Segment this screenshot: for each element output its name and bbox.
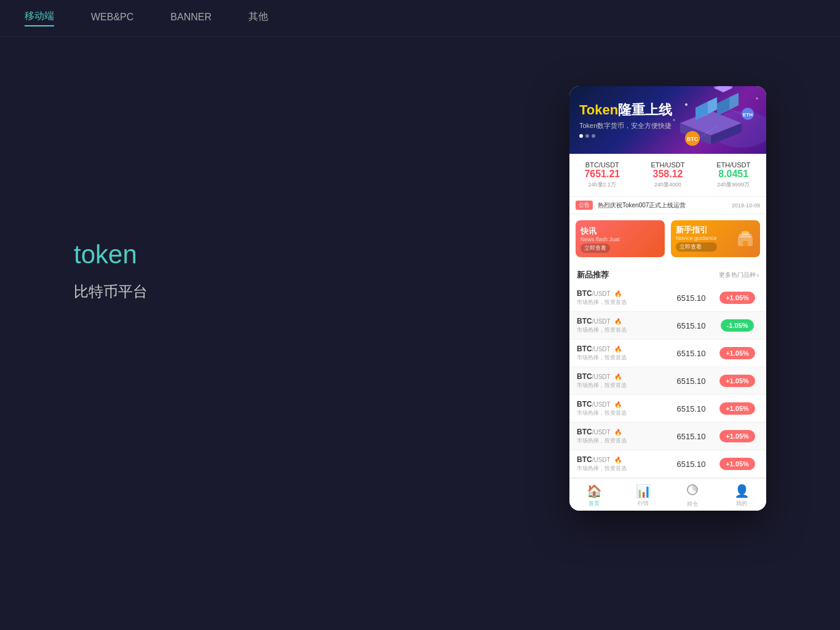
product-info: BTC/USDT 🔥 市场热捧，投资首选 — [577, 372, 667, 389]
product-price: 6515.10 — [667, 349, 716, 358]
home-label: 首页 — [588, 500, 600, 508]
market-price-1: 7651.21 — [574, 169, 630, 180]
left-section: token 比特币平台 — [74, 86, 258, 511]
guide-cta: 立即查看 — [676, 242, 717, 252]
product-change: +1.05% — [716, 402, 759, 415]
product-desc: 市场热捧，投资首选 — [577, 437, 667, 445]
product-price: 6515.10 — [667, 321, 716, 330]
main-content: token 比特币平台 Token隆重上线 Token数字货币，安全方便快捷 — [0, 37, 840, 535]
bottom-nav-holdings[interactable]: 持仓 — [668, 484, 717, 508]
change-badge: +1.05% — [719, 347, 755, 359]
news-title: 快讯 — [580, 226, 596, 236]
bottom-nav-profile[interactable]: 👤 我的 — [717, 484, 766, 508]
product-header-more[interactable]: 更多热门品种 › — [719, 271, 759, 279]
dot-1 — [579, 134, 583, 138]
market-col-1: BTC/USDT 7651.21 24h量2.1万 — [569, 159, 635, 191]
banner-section: Token隆重上线 Token数字货币，安全方便快捷 — [569, 86, 766, 154]
market-vol-2: 24h量4000 — [640, 181, 696, 189]
banner-title: Token隆重上线 — [579, 102, 672, 118]
nav-item-mobile[interactable]: 移动端 — [25, 10, 54, 26]
announce-text: 热烈庆祝Token007正式上线运营 — [598, 201, 732, 210]
change-badge: +1.05% — [719, 292, 755, 304]
product-change: +1.05% — [716, 375, 759, 387]
product-desc: 市场热捧，投资首选 — [577, 354, 667, 362]
banner-subtitle: Token数字货币，安全方便快捷 — [579, 121, 672, 130]
pie-icon — [686, 484, 699, 496]
bottom-nav-market[interactable]: 📊 行情 — [619, 484, 668, 508]
product-price: 6515.10 — [667, 404, 716, 413]
svg-marker-12 — [714, 86, 732, 92]
product-desc: 市场热捧，投资首选 — [577, 298, 667, 306]
svg-text:ETH: ETH — [743, 112, 753, 118]
nav-item-banner[interactable]: BANNER — [170, 12, 212, 25]
bottom-navigation: 🏠 首页 📊 行情 持仓 👤 — [569, 478, 766, 511]
market-price-2: 358.12 — [640, 169, 696, 180]
change-badge: +1.05% — [719, 430, 755, 442]
product-change: +1.05% — [716, 292, 759, 304]
market-icon: 📊 — [636, 484, 651, 498]
top-navigation: 移动端 WEB&PC BANNER 其他 — [0, 0, 840, 37]
svg-marker-8 — [729, 93, 739, 110]
brand-subtitle: 比特币平台 — [74, 282, 258, 301]
market-vol-1: 24h量2.1万 — [574, 181, 630, 189]
svg-marker-5 — [708, 97, 717, 114]
product-name: BTC/USDT 🔥 — [577, 289, 667, 298]
market-col-3: ETH/USDT 8.0451 24h量9999万 — [700, 159, 766, 191]
product-row[interactable]: BTC/USDT 🔥 市场热捧，投资首选 6515.10 +1.05% — [569, 450, 766, 478]
quick-link-guide[interactable]: 新手指引 Novice guidance 立即查看 — [671, 220, 760, 257]
market-pair-3: ETH/USDT — [705, 161, 761, 169]
product-list: BTC/USDT 🔥 市场热捧，投资首选 6515.10 +1.05% BTC/… — [569, 284, 766, 478]
product-row[interactable]: BTC/USDT 🔥 市场热捧，投资首选 6515.10 +1.05% — [569, 395, 766, 423]
nav-item-other[interactable]: 其他 — [248, 10, 268, 26]
product-info: BTC/USDT 🔥 市场热捧，投资首选 — [577, 289, 667, 306]
product-change: -1.05% — [716, 319, 759, 332]
product-price: 6515.10 — [667, 432, 716, 441]
building-icon — [735, 229, 755, 249]
product-name: BTC/USDT 🔥 — [577, 372, 667, 381]
brand-name: token — [74, 240, 258, 269]
quick-link-news[interactable]: 快讯 News flash Juat 立即查看 — [576, 220, 665, 257]
product-change: +1.05% — [716, 458, 759, 470]
svg-point-19 — [685, 103, 687, 106]
product-info: BTC/USDT 🔥 市场热捧，投资首选 — [577, 428, 667, 445]
product-name: BTC/USDT 🔥 — [577, 455, 667, 464]
nav-item-webpc[interactable]: WEB&PC — [91, 12, 133, 25]
announce-date: 2018-10-08 — [732, 202, 760, 209]
bottom-nav-home[interactable]: 🏠 首页 — [569, 484, 619, 508]
product-section: 新品推荐 更多热门品种 › BTC/USDT 🔥 市场热捧，投资首选 6515.… — [569, 263, 766, 478]
market-pair-2: ETH/USDT — [640, 161, 696, 169]
news-cta: 立即查看 — [580, 244, 610, 253]
svg-point-20 — [756, 98, 758, 100]
product-info: BTC/USDT 🔥 市场热捧，投资首选 — [577, 317, 667, 334]
product-info: BTC/USDT 🔥 市场热捧，投资首选 — [577, 400, 667, 417]
product-change: +1.05% — [716, 430, 759, 442]
svg-text:BTC: BTC — [687, 136, 699, 142]
product-header-title: 新品推荐 — [577, 269, 609, 281]
product-info: BTC/USDT 🔥 市场热捧，投资首选 — [577, 455, 667, 472]
product-row[interactable]: BTC/USDT 🔥 市场热捧，投资首选 6515.10 +1.05% — [569, 284, 766, 312]
product-row[interactable]: BTC/USDT 🔥 市场热捧，投资首选 6515.10 +1.05% — [569, 423, 766, 450]
market-label: 行情 — [638, 500, 649, 508]
banner-text: Token隆重上线 Token数字货币，安全方便快捷 — [579, 102, 672, 137]
announce-tag: 公告 — [576, 201, 593, 210]
product-desc: 市场热捧，投资首选 — [577, 381, 667, 389]
banner-dots — [579, 134, 672, 138]
product-name: BTC/USDT 🔥 — [577, 345, 667, 353]
market-vol-3: 24h量9999万 — [705, 181, 761, 189]
product-price: 6515.10 — [667, 377, 716, 386]
product-desc: 市场热捧，投资首选 — [577, 465, 667, 472]
product-row[interactable]: BTC/USDT 🔥 市场热捧，投资首选 6515.10 +1.05% — [569, 340, 766, 367]
change-badge: -1.05% — [721, 319, 755, 332]
news-subtitle: News flash Juat — [580, 236, 620, 242]
announcement-bar: 公告 热烈庆祝Token007正式上线运营 2018-10-08 — [569, 197, 766, 214]
product-row[interactable]: BTC/USDT 🔥 市场热捧，投资首选 6515.10 -1.05% — [569, 312, 766, 340]
banner-graphic: BTC ETH — [662, 86, 766, 154]
product-change: +1.05% — [716, 347, 759, 359]
product-price: 6515.10 — [667, 293, 716, 303]
product-name: BTC/USDT 🔥 — [577, 317, 667, 325]
product-info: BTC/USDT 🔥 市场热捧，投资首选 — [577, 345, 667, 362]
guide-title: 新手指引 — [676, 225, 717, 235]
product-row[interactable]: BTC/USDT 🔥 市场热捧，投资首选 6515.10 +1.05% — [569, 367, 766, 395]
market-pair-1: BTC/USDT — [574, 161, 630, 169]
home-icon: 🏠 — [587, 484, 602, 498]
